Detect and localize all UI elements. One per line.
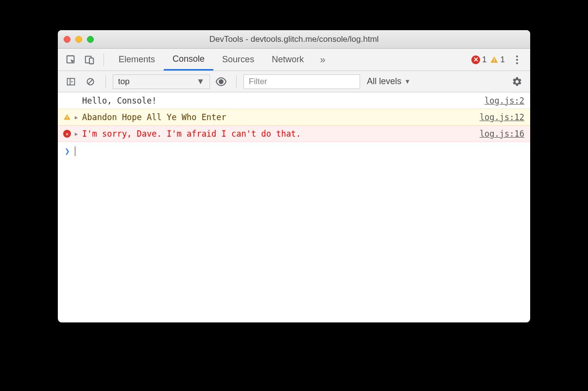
levels-label: All levels (367, 76, 401, 87)
tab-sources[interactable]: Sources (213, 49, 263, 71)
log-message: Hello, Console! (80, 96, 484, 106)
triangle-right-icon: ▶ (75, 131, 78, 137)
svg-rect-5 (68, 78, 75, 85)
zoom-window-button[interactable] (87, 36, 94, 43)
svg-rect-10 (67, 116, 67, 118)
context-label: top (118, 77, 130, 87)
log-source-link[interactable]: log.js:16 (480, 129, 524, 139)
tab-console[interactable]: Console (164, 49, 213, 71)
error-icon: ✕ (471, 55, 480, 64)
tab-elements[interactable]: Elements (110, 49, 164, 71)
svg-rect-0 (67, 55, 74, 63)
error-icon: ✕ (62, 130, 72, 138)
log-row[interactable]: Hello, Console! log.js:2 (58, 92, 530, 109)
svg-point-9 (219, 79, 224, 84)
tab-label: Elements (119, 54, 155, 65)
warning-icon (62, 113, 72, 121)
log-source-link[interactable]: log.js:12 (480, 112, 524, 122)
triangle-right-icon: ▶ (75, 114, 78, 121)
svg-rect-4 (494, 61, 495, 62)
more-tabs-icon[interactable]: » (314, 52, 331, 68)
titlebar: DevTools - devtools.glitch.me/console/lo… (58, 30, 530, 49)
log-levels-selector[interactable]: All levels ▼ (363, 76, 415, 87)
divider (236, 75, 237, 88)
clear-console-icon[interactable] (82, 73, 99, 90)
svg-line-8 (88, 79, 92, 84)
error-badge[interactable]: ✕ 1 (471, 55, 486, 65)
tab-label: Network (272, 54, 304, 65)
inspect-element-icon[interactable] (63, 52, 79, 68)
chevron-down-icon: ▼ (404, 78, 411, 85)
filter-input[interactable] (243, 74, 360, 89)
console-settings-icon[interactable] (509, 73, 525, 90)
console-toolbar: top ▼ All levels ▼ (58, 71, 530, 92)
issue-badges[interactable]: ✕ 1 1 (471, 55, 505, 65)
more-options-button[interactable] (509, 52, 525, 68)
tab-network[interactable]: Network (263, 49, 312, 71)
warning-badge[interactable]: 1 (490, 55, 505, 65)
kebab-icon (513, 53, 521, 67)
prompt-chevron-icon: ❯ (65, 146, 70, 156)
panel-tabs: Elements Console Sources Network (110, 49, 312, 71)
close-window-button[interactable] (64, 36, 70, 43)
error-count: 1 (482, 55, 486, 65)
log-message: I'm sorry, Dave. I'm afraid I can't do t… (80, 129, 480, 139)
warning-count: 1 (501, 55, 505, 65)
expand-toggle[interactable]: ▶ (72, 114, 80, 121)
traffic-lights (64, 36, 94, 43)
execution-context-selector[interactable]: top ▼ (113, 74, 210, 89)
svg-rect-11 (67, 119, 67, 119)
svg-rect-3 (494, 58, 495, 61)
console-prompt[interactable]: ❯ (58, 142, 530, 160)
divider (105, 75, 106, 88)
svg-rect-2 (89, 58, 93, 64)
minimize-window-button[interactable] (75, 36, 82, 43)
log-message: Abandon Hope All Ye Who Enter (80, 112, 480, 122)
log-row[interactable]: ▶ Abandon Hope All Ye Who Enter log.js:1… (58, 109, 530, 125)
log-row[interactable]: ✕ ▶ I'm sorry, Dave. I'm afraid I can't … (58, 125, 530, 142)
window-title: DevTools - devtools.glitch.me/console/lo… (58, 35, 530, 44)
devtools-window: DevTools - devtools.glitch.me/console/lo… (58, 30, 530, 322)
warning-icon (490, 55, 499, 64)
chevron-down-icon: ▼ (196, 77, 205, 87)
tab-label: Sources (222, 54, 254, 65)
divider (104, 53, 104, 66)
show-console-sidebar-icon[interactable] (63, 73, 79, 90)
tab-label: Console (173, 54, 205, 64)
log-source-link[interactable]: log.js:2 (484, 96, 524, 106)
expand-toggle[interactable]: ▶ (72, 131, 80, 137)
text-cursor (75, 146, 76, 156)
device-toolbar-icon[interactable] (81, 52, 98, 68)
console-output: Hello, Console! log.js:2 ▶ Abandon Hope … (58, 92, 530, 322)
main-tabbar: Elements Console Sources Network » ✕ 1 1 (58, 49, 530, 71)
live-expression-icon[interactable] (213, 73, 229, 90)
